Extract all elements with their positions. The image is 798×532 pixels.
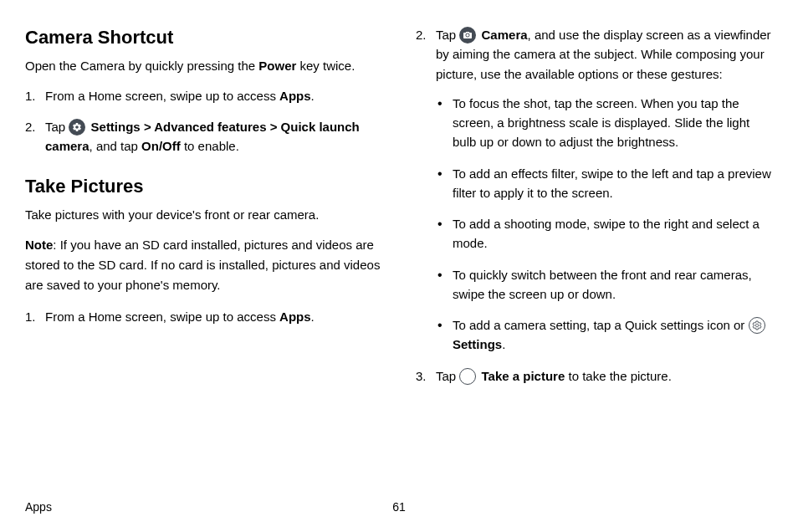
text: From a Home screen, swipe up to access: [45, 89, 279, 103]
text: key twice.: [296, 59, 355, 73]
intro-take-pictures: Take pictures with your device's front o…: [25, 206, 382, 225]
section-take-pictures: Take Pictures Take pictures with your de…: [25, 176, 382, 326]
page-content: Camera Shortcut Open the Camera by quick…: [0, 0, 798, 397]
steps-camera-shortcut: From a Home screen, swipe up to access A…: [25, 86, 382, 156]
bold-note: Note: [25, 238, 53, 252]
bold-apps: Apps: [279, 309, 311, 324]
step-item: From a Home screen, swipe up to access A…: [25, 86, 382, 105]
text: .: [311, 309, 315, 324]
footer-page-number: 61: [392, 500, 406, 514]
bold-settings: Settings: [91, 120, 141, 134]
text: to take the picture.: [565, 369, 672, 383]
text: : If you have an SD card installed, pict…: [25, 238, 380, 292]
list-item: To add an effects filter, swipe to the l…: [436, 164, 773, 203]
note-sd-card: Note: If you have an SD card installed, …: [25, 235, 382, 295]
steps-take-pictures-part2: Tap Camera, and use the display screen a…: [416, 25, 773, 386]
step-item: From a Home screen, swipe up to access A…: [25, 307, 382, 326]
bold-settings: Settings: [453, 337, 502, 351]
bold-take-picture: Take a picture: [482, 369, 565, 383]
bold-power: Power: [258, 59, 296, 73]
footer-section: Apps: [25, 500, 52, 514]
bold-apps: Apps: [279, 89, 311, 103]
shutter-icon: [459, 368, 476, 385]
camera-icon: [459, 27, 476, 43]
text: Tap: [436, 369, 459, 383]
step-item: Tap Settings > Advanced features > Quick…: [25, 117, 382, 156]
bold-onoff: On/Off: [141, 139, 181, 153]
sep: >: [266, 120, 280, 134]
intro-camera-shortcut: Open the Camera by quickly pressing the …: [25, 57, 382, 76]
text: .: [502, 337, 505, 351]
gesture-list: To focus the shot, tap the screen. When …: [436, 94, 773, 355]
step-item: Tap Camera, and use the display screen a…: [416, 25, 773, 355]
list-item: To quickly switch between the front and …: [436, 265, 773, 304]
settings-icon: [69, 119, 85, 136]
text: .: [311, 89, 315, 103]
text: to enable.: [181, 139, 239, 153]
text: To add a camera setting, tap a Quick set…: [453, 318, 749, 332]
list-item: To add a shooting mode, swipe to the rig…: [436, 214, 773, 253]
bold-advanced: Advanced features: [154, 120, 266, 134]
left-column: Camera Shortcut Open the Camera by quick…: [25, 25, 382, 397]
right-column: Tap Camera, and use the display screen a…: [416, 25, 773, 397]
sep: >: [141, 120, 155, 134]
bold-camera: Camera: [482, 28, 528, 42]
text: Tap: [45, 120, 69, 134]
list-item: To add a camera setting, tap a Quick set…: [436, 315, 773, 355]
steps-take-pictures-part1: From a Home screen, swipe up to access A…: [25, 307, 382, 326]
text: , and tap: [90, 139, 142, 153]
list-item: To focus the shot, tap the screen. When …: [436, 94, 773, 152]
text: Tap: [436, 28, 459, 42]
heading-take-pictures: Take Pictures: [25, 176, 382, 197]
settings-outline-icon: [749, 317, 765, 334]
heading-camera-shortcut: Camera Shortcut: [25, 27, 382, 49]
text: Open the Camera by quickly pressing the: [25, 59, 258, 73]
text: From a Home screen, swipe up to access: [45, 309, 279, 324]
step-item: Tap Take a picture to take the picture.: [416, 366, 773, 386]
page-footer: Apps 61: [25, 500, 773, 514]
